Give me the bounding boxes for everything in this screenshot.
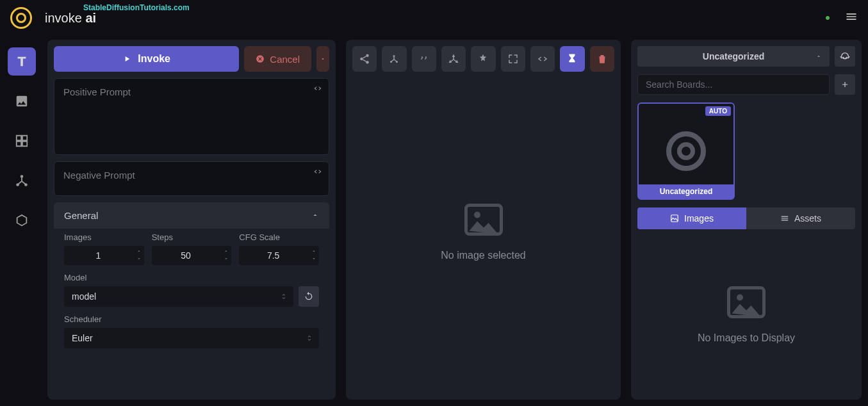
right-panel: Uncategorized AUTO Uncategorized [631,40,862,400]
svg-point-11 [474,212,480,218]
image-placeholder-icon [463,204,504,250]
progress-button[interactable] [560,46,584,72]
brand-title: invoke ai [45,11,96,26]
use-all-button[interactable] [471,46,495,72]
board-search-input[interactable] [637,74,830,95]
select-caret-icon [281,291,287,302]
chevron-up-icon [311,210,319,221]
images-input[interactable] [64,246,144,265]
svg-rect-12 [671,215,678,222]
expand-button[interactable] [501,46,525,72]
menu-button[interactable] [845,10,858,26]
svg-point-7 [393,55,395,57]
images-step-down[interactable] [135,255,143,263]
send-to-img2img-button[interactable] [382,46,406,72]
svg-point-5 [360,58,363,61]
steps-step-up[interactable] [222,247,230,255]
gallery-empty-text: No Images to Display [698,332,795,344]
gallery-placeholder-icon [726,286,767,332]
general-header[interactable]: General [54,202,329,229]
board-logo-icon [666,131,706,171]
steps-label: Steps [152,232,232,242]
scheduler-label: Scheduler [64,314,319,324]
model-label: Model [64,273,293,282]
app-logo [10,7,32,29]
side-nav [6,40,37,400]
svg-point-14 [737,295,743,301]
nav-grid[interactable] [8,127,36,155]
negative-prompt-input[interactable]: Negative Prompt [54,161,329,196]
scheduler-select[interactable]: Euler [64,328,319,348]
use-seed-button[interactable] [441,46,466,72]
tab-images[interactable]: Images [637,207,746,229]
svg-point-4 [366,54,369,58]
neg-prompt-embed-icon[interactable] [313,167,322,179]
gallery-settings-button[interactable] [835,46,855,67]
metadata-button[interactable] [530,46,555,72]
cancel-dropdown[interactable] [316,46,329,72]
invoke-button[interactable]: Invoke [54,46,239,72]
nav-nodes[interactable] [8,166,36,195]
images-step-up[interactable] [135,247,143,255]
chevron-up-icon [815,51,822,61]
board-thumb-label: Uncategorized [639,184,733,199]
use-prompt-button[interactable] [412,46,436,72]
steps-step-down[interactable] [222,255,230,263]
refresh-models-button[interactable] [299,286,319,307]
board-thumbnail[interactable]: AUTO Uncategorized [637,102,735,200]
cfg-step-down[interactable] [310,255,318,263]
nav-image[interactable] [8,87,36,115]
center-empty-text: No image selected [441,250,526,261]
cfg-input[interactable] [239,246,319,265]
general-section: General Images [54,202,329,360]
delete-button[interactable] [590,46,614,72]
add-board-button[interactable] [835,74,855,95]
select-caret-icon [306,332,313,344]
positive-prompt-placeholder: Positive Prompt [63,86,320,97]
watermark-text: StableDiffusionTutorials.com [83,3,190,12]
model-select[interactable]: model [64,286,293,307]
nav-cube[interactable] [8,206,36,234]
svg-point-0 [20,175,24,178]
cfg-label: CFG Scale [239,232,319,242]
board-select[interactable]: Uncategorized [637,46,830,67]
cfg-step-up[interactable] [310,247,318,255]
left-panel: Invoke Cancel Positive Prompt Negative P… [47,40,336,400]
share-button[interactable] [352,46,377,72]
steps-input[interactable] [152,246,232,265]
center-panel: No image selected [346,40,621,400]
svg-point-6 [366,61,369,64]
positive-prompt-input[interactable]: Positive Prompt [54,78,329,155]
nav-text-to-image[interactable] [8,47,36,76]
tab-assets[interactable]: Assets [746,207,855,229]
status-indicator [826,16,830,20]
board-auto-badge: AUTO [705,106,731,116]
negative-prompt-placeholder: Negative Prompt [63,170,320,181]
prompt-embed-icon[interactable] [313,84,322,95]
images-label: Images [64,232,144,242]
cancel-button[interactable]: Cancel [244,46,311,72]
